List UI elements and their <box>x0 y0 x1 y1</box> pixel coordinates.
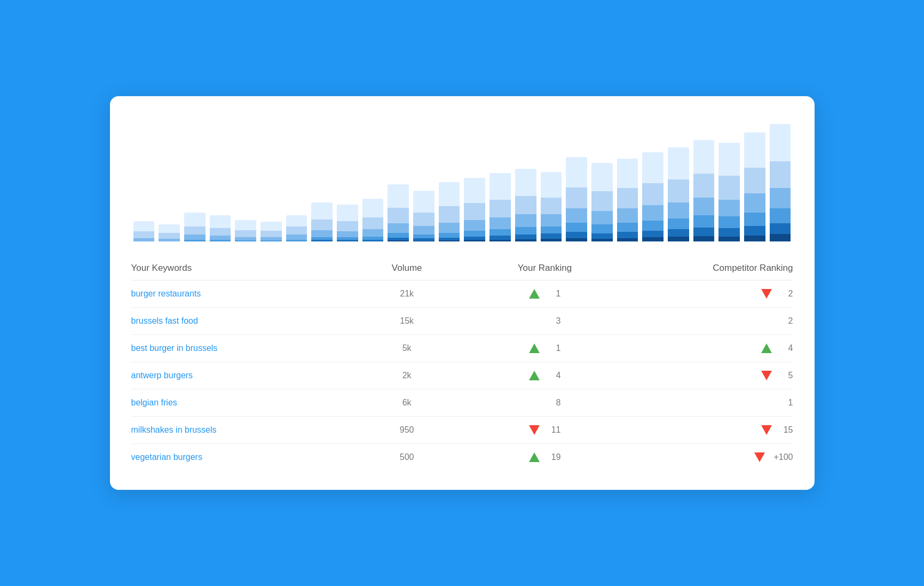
comp-rank-number: 5 <box>780 371 793 380</box>
bar-group <box>566 157 587 241</box>
bar-chart <box>131 113 793 241</box>
bar <box>133 221 155 241</box>
bar-segment <box>184 240 206 241</box>
bar-segment <box>718 228 740 236</box>
keyword-cell[interactable]: brussels fast food <box>131 316 352 326</box>
bar <box>184 213 206 241</box>
bar-segment <box>286 240 307 241</box>
bar-group <box>642 152 664 241</box>
bar-group <box>591 163 613 241</box>
bar-segment <box>718 237 740 241</box>
keyword-cell[interactable]: vegetarian burgers <box>131 452 352 462</box>
bar-segment <box>541 239 562 241</box>
your-rank-number: 11 <box>548 425 561 435</box>
bar-segment <box>439 182 460 207</box>
bar-segment <box>566 232 587 238</box>
your-ranking-cell: 4 <box>462 371 628 380</box>
bar-segment <box>744 236 765 241</box>
bar-group <box>286 215 307 241</box>
bar-segment <box>515 214 536 227</box>
keywords-table: Your Keywords Volume Your Ranking Compet… <box>131 259 793 471</box>
main-card: Your Keywords Volume Your Ranking Compet… <box>110 96 815 490</box>
bar-segment <box>668 218 689 229</box>
bar-segment <box>439 240 460 241</box>
bar-segment <box>591 211 613 224</box>
table-body: burger restaurants21k12brussels fast foo… <box>131 280 793 471</box>
bar-group <box>362 199 384 241</box>
bar-group <box>464 178 485 241</box>
bar-group <box>744 132 765 241</box>
bar-group <box>693 140 715 241</box>
keyword-cell[interactable]: milkshakes in brussels <box>131 425 352 435</box>
competitor-ranking-cell: 1 <box>628 398 793 408</box>
bar-segment <box>388 240 409 241</box>
bar-segment <box>235 240 256 241</box>
comp-rank-number: 1 <box>780 398 793 408</box>
bar <box>311 202 333 241</box>
bar-segment <box>591 224 613 233</box>
bar-group <box>133 221 155 241</box>
bar-segment <box>388 223 409 233</box>
arrow-down-icon <box>761 371 772 380</box>
bar-segment <box>388 208 409 223</box>
keyword-cell[interactable]: antwerp burgers <box>131 371 352 380</box>
bar <box>744 132 765 241</box>
col-header-competitor-ranking: Competitor Ranking <box>628 263 793 274</box>
your-rank-number: 8 <box>548 398 561 408</box>
bar-segment <box>693 228 715 236</box>
bar-segment <box>235 220 256 230</box>
col-header-keywords: Your Keywords <box>131 263 352 274</box>
bar-segment <box>362 240 384 241</box>
arrow-up-icon <box>529 371 540 380</box>
arrow-down-icon <box>761 289 772 299</box>
bar-segment <box>541 172 562 197</box>
bar-segment <box>770 223 791 234</box>
bar <box>693 140 715 241</box>
competitor-ranking-cell: 5 <box>628 371 793 380</box>
bar-segment <box>489 217 511 229</box>
comp-rank-number: +100 <box>773 452 793 462</box>
volume-cell: 21k <box>352 289 462 299</box>
bar-segment <box>591 233 613 239</box>
bar-segment <box>133 231 155 238</box>
bar-segment <box>515 196 536 215</box>
table-row: belgian fries6k81 <box>131 389 793 417</box>
bar <box>566 157 587 241</box>
bar-segment <box>515 227 536 235</box>
bar-group <box>311 202 333 241</box>
bar-segment <box>566 223 587 232</box>
bar <box>388 184 409 241</box>
keyword-cell[interactable]: belgian fries <box>131 398 352 408</box>
bar <box>770 124 791 241</box>
bar-segment <box>489 200 511 217</box>
bar-group <box>718 143 740 241</box>
keyword-cell[interactable]: burger restaurants <box>131 289 352 299</box>
bar-segment <box>439 206 460 222</box>
bar-segment <box>591 163 613 192</box>
your-rank-number: 3 <box>548 316 561 326</box>
bar-segment <box>260 240 282 241</box>
bar-segment <box>617 188 638 208</box>
bar-segment <box>770 208 791 223</box>
bar-segment <box>388 184 409 208</box>
bar-segment <box>159 233 180 239</box>
bar-segment <box>642 221 664 231</box>
bar <box>617 158 638 241</box>
bar-group <box>235 220 256 241</box>
bar-segment <box>770 161 791 189</box>
volume-cell: 2k <box>352 371 462 380</box>
bar-segment <box>439 233 460 238</box>
bar-segment <box>693 140 715 174</box>
bar <box>286 215 307 241</box>
bar <box>515 169 536 241</box>
bar-segment <box>388 233 409 238</box>
bar-group <box>668 147 689 241</box>
bar-segment <box>642 183 664 205</box>
keyword-cell[interactable]: best burger in brussels <box>131 343 352 353</box>
arrow-up-icon <box>529 343 540 353</box>
bar-segment <box>566 187 587 208</box>
arrow-up-icon <box>529 452 540 462</box>
table-row: vegetarian burgers50019+100 <box>131 444 793 471</box>
bar-group <box>260 222 282 241</box>
table-row: best burger in brussels5k14 <box>131 335 793 362</box>
